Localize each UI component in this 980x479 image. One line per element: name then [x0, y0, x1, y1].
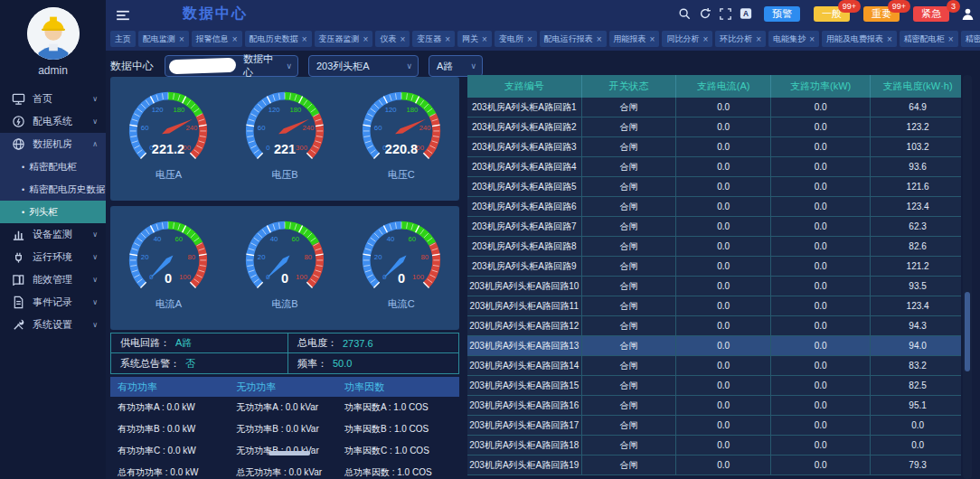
vertical-scrollbar[interactable] [963, 75, 972, 479]
filter-select-1[interactable]: 203列头柜A∨ [308, 55, 419, 77]
alert-button-一般[interactable]: 一般99+ [814, 6, 850, 22]
tabbar: 主页配电监测×报警信息×配电历史数据×变压器监测×仪表×变压器×网关×变电所×配… [106, 27, 980, 51]
branch-table-row[interactable]: 203机房A列头柜A路回路17合闸0.00.00.0 [467, 416, 961, 436]
close-icon[interactable]: × [948, 34, 954, 44]
tab-变电所[interactable]: 变电所× [495, 31, 537, 47]
branch-cell: 121.2 [870, 257, 965, 276]
tab-配电运行报表[interactable]: 配电运行报表× [540, 31, 607, 47]
sidebar-item-device-monitor[interactable]: 设备监测∨ [0, 223, 106, 246]
branch-cell: 82.6 [870, 237, 965, 256]
branch-table-row[interactable]: 203机房A列头柜A路回路16合闸0.00.095.1 [467, 396, 961, 416]
branch-table-row[interactable]: 203机房A列头柜A路回路8合闸0.00.082.6 [467, 237, 961, 257]
sidebar-item-energy-mgmt[interactable]: 能效管理∨ [0, 268, 106, 291]
branch-cell: 203机房A列头柜A路回路1 [467, 98, 581, 117]
branch-cell: 95.1 [870, 396, 965, 415]
alert-button-label: 紧急 [921, 8, 941, 19]
translate-icon[interactable]: A [740, 7, 752, 20]
branch-table-row[interactable]: 203机房A列头柜A路回路1合闸0.00.064.9 [467, 98, 961, 117]
branch-table-row[interactable]: 203机房A列头柜A路回路2合闸0.00.0123.2 [467, 117, 961, 137]
power-table-row: 有功功率B : 0.0 kW无功功率B : 0.0 kVar功率因数B : 1.… [110, 418, 459, 440]
sidebar-subitem-precision-history[interactable]: •精密配电历史数据 [0, 178, 106, 201]
tab-精密配电历史数据[interactable]: 精密配电历史数据× [961, 31, 980, 47]
tab-电能集抄[interactable]: 电能集抄× [768, 31, 819, 47]
tab-仪表[interactable]: 仪表× [375, 31, 410, 47]
close-icon[interactable]: × [650, 34, 655, 44]
hamburger-menu-icon[interactable] [116, 8, 130, 24]
tab-报警信息[interactable]: 报警信息× [192, 31, 242, 47]
tab-用能及电费报表[interactable]: 用能及电费报表× [822, 31, 897, 47]
branch-cell: 203机房A列头柜A路回路19 [467, 456, 581, 474]
close-icon[interactable]: × [597, 34, 602, 44]
sidebar-item-settings[interactable]: 系统设置∨ [0, 314, 106, 336]
power-col-header: 无功功率 [229, 380, 337, 394]
branch-table-row[interactable]: 203机房A列头柜A路回路13合闸0.00.094.0 [467, 336, 961, 356]
horizontal-scrollbar-thumb[interactable] [269, 451, 310, 456]
branch-table-row[interactable]: 203机房A列头柜A路回路14合闸0.00.083.2 [467, 356, 961, 376]
close-icon[interactable]: × [302, 34, 307, 44]
tab-用能报表[interactable]: 用能报表× [609, 31, 660, 47]
branch-table-row[interactable]: 203机房A列头柜A路回路19合闸0.00.079.3 [467, 456, 961, 475]
branch-table-row[interactable]: 203机房A列头柜A路回路7合闸0.00.062.3 [467, 217, 961, 237]
branch-table-row[interactable]: 203机房A列头柜A路回路10合闸0.00.093.5 [467, 277, 961, 296]
close-icon[interactable]: × [527, 34, 532, 44]
branch-table-row[interactable]: 203机房A列头柜A路回路11合闸0.00.0123.4 [467, 296, 961, 316]
close-icon[interactable]: × [400, 34, 405, 44]
tab-同比分析[interactable]: 同比分析× [662, 31, 712, 47]
svg-text:40: 40 [386, 235, 394, 243]
close-icon[interactable]: × [363, 34, 369, 44]
tab-label: 仪表 [380, 33, 396, 45]
sidebar-item-environment[interactable]: 运行环境∨ [0, 246, 106, 268]
tab-配电监测[interactable]: 配电监测× [138, 31, 189, 47]
close-icon[interactable]: × [482, 34, 487, 44]
sidebar-subitem-precision-cabinet[interactable]: •精密配电柜 [0, 155, 106, 178]
close-icon[interactable]: × [887, 34, 892, 44]
vertical-scrollbar-thumb[interactable] [965, 292, 970, 371]
close-icon[interactable]: × [702, 34, 708, 44]
tab-环比分析[interactable]: 环比分析× [715, 31, 766, 47]
branch-table-row[interactable]: 203机房A列头柜A路回路12合闸0.00.094.3 [467, 316, 961, 336]
branch-cell: 0.0 [675, 137, 770, 156]
user-icon[interactable] [961, 7, 975, 21]
filter-select-0[interactable]: 数据中心∨ [165, 55, 298, 77]
tab-精密配电柜[interactable]: 精密配电柜× [900, 31, 958, 47]
sidebar-item-home[interactable]: 首页∨ [0, 88, 106, 110]
branch-cell: 62.3 [870, 217, 965, 236]
close-icon[interactable]: × [445, 34, 450, 44]
filter-select-2[interactable]: A路∨ [429, 55, 483, 77]
tab-变压器[interactable]: 变压器× [412, 31, 455, 47]
tab-配电历史数据[interactable]: 配电历史数据× [245, 31, 312, 47]
alert-button-重要[interactable]: 重要99+ [863, 6, 900, 22]
search-icon[interactable] [678, 7, 691, 20]
tab-变压器监测[interactable]: 变压器监测× [315, 31, 373, 47]
branch-cell: 203机房A列头柜A路回路10 [467, 277, 581, 296]
branch-table-row[interactable]: 203机房A列头柜A路回路18合闸0.00.00.0 [467, 436, 961, 456]
branch-cell: 0.0 [675, 257, 770, 276]
sidebar-item-power-distribution[interactable]: 配电系统∨ [0, 110, 106, 133]
tab-网关[interactable]: 网关× [457, 31, 492, 47]
close-icon[interactable]: × [179, 34, 184, 44]
fullscreen-icon[interactable] [720, 8, 731, 20]
branch-table-row[interactable]: 203机房A列头柜A路回路4合闸0.00.093.6 [467, 157, 961, 177]
branch-cell: 0.0 [770, 416, 870, 435]
sidebar-subitem-row-head-cabinet[interactable]: •列头柜 [0, 201, 106, 223]
alert-button-预警[interactable]: 预警 [764, 6, 800, 22]
refresh-icon[interactable] [699, 7, 711, 20]
close-icon[interactable]: × [756, 34, 761, 44]
avatar[interactable] [27, 7, 80, 60]
gauge-电流B: 0204060801000电流B [228, 211, 342, 330]
sidebar-item-data-room[interactable]: 数据机房∧ [0, 133, 106, 155]
summary-频率: 频率：50.0 [288, 353, 458, 373]
close-icon[interactable]: × [232, 34, 238, 44]
alert-button-紧急[interactable]: 紧急3 [913, 6, 949, 22]
power-cell: 功率因数C : 1.0 COS [337, 445, 459, 457]
branch-table-row[interactable]: 203机房A列头柜A路回路3合闸0.00.0103.2 [467, 137, 961, 157]
branch-table-row[interactable]: 203机房A列头柜A路回路5合闸0.00.0121.6 [467, 177, 961, 197]
sidebar-item-event-log[interactable]: 事件记录∨ [0, 291, 106, 314]
close-icon[interactable]: × [809, 34, 815, 44]
branch-table-row[interactable]: 203机房A列头柜A路回路15合闸0.00.082.5 [467, 376, 961, 396]
power-table-row: 有功功率A : 0.0 kW无功功率A : 0.0 kVar功率因数A : 1.… [110, 397, 459, 418]
branch-table-row[interactable]: 203机房A列头柜A路回路6合闸0.00.0123.4 [467, 197, 961, 217]
branch-cell: 123.4 [870, 197, 965, 216]
tab-主页[interactable]: 主页 [110, 31, 136, 47]
branch-table-row[interactable]: 203机房A列头柜A路回路9合闸0.00.0121.2 [467, 257, 961, 277]
